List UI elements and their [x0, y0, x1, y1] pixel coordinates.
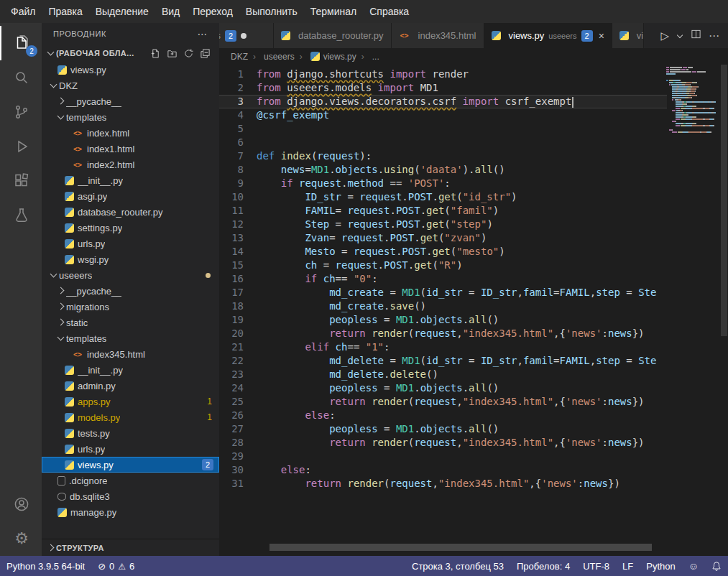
line-number[interactable]: 6 — [219, 136, 257, 149]
problems-status[interactable]: 0 6 — [91, 556, 141, 576]
line-number[interactable]: 11 — [219, 204, 257, 218]
code-line[interactable]: 26 else: — [219, 409, 667, 422]
line-number[interactable]: 16 — [219, 272, 257, 286]
tree-item-asgi.py[interactable]: asgi.py — [42, 188, 219, 204]
code-line[interactable]: 11 FAMIL= request.POST.get("famil") — [219, 204, 667, 218]
tree-item-admin.py[interactable]: admin.py — [42, 378, 219, 394]
code-line[interactable]: 15 ch = request.POST.get("R") — [219, 259, 667, 272]
line-number[interactable]: 5 — [219, 122, 257, 136]
new-file-icon[interactable] — [150, 48, 161, 59]
tree-item-views.py[interactable]: views.py2 — [42, 457, 219, 473]
workspace-section-header[interactable]: (РАБОЧАЯ ОБЛАСТЬ) ... — [42, 45, 219, 62]
code-line[interactable]: 5 — [219, 122, 667, 136]
menu-item[interactable]: Переход — [186, 0, 239, 23]
run-debug-icon[interactable] — [0, 129, 42, 164]
code-line[interactable]: 12 Step = request.POST.get("step") — [219, 218, 667, 231]
code-line[interactable]: 30 else: — [219, 463, 667, 477]
code-line[interactable]: 22 md_delete = MD1(id_str = ID_str,famil… — [219, 354, 667, 368]
code-line[interactable]: 4@csrf_exempt — [219, 108, 667, 122]
menu-item[interactable]: Файл — [4, 0, 42, 23]
menu-item[interactable]: Выделение — [89, 0, 155, 23]
line-number[interactable]: 17 — [219, 286, 257, 299]
refresh-icon[interactable] — [183, 48, 194, 59]
tree-item-index2.html[interactable]: index2.html — [42, 157, 219, 172]
code-editor[interactable]: 1from django.shortcuts import render2fro… — [219, 65, 728, 556]
breadcrumb-item[interactable]: useeers — [248, 52, 295, 62]
tab-diiits[interactable]: diiits2 — [219, 23, 274, 48]
code-line[interactable]: 2from useeers.models import MD1 — [219, 81, 667, 95]
line-number[interactable]: 18 — [219, 299, 257, 313]
tree-item-static[interactable]: static — [42, 315, 219, 330]
code-line[interactable]: 3from django.views.decorators.csrf impor… — [219, 95, 667, 108]
tab-database_roouter.py[interactable]: database_roouter.py — [274, 23, 392, 48]
line-number[interactable]: 31 — [219, 477, 257, 491]
tree-item-settings.py[interactable]: settings.py — [42, 220, 219, 236]
tree-item-db.sqlite3[interactable]: db.sqlite3 — [42, 488, 219, 504]
tree-item-DKZ[interactable]: DKZ — [42, 78, 219, 93]
line-number[interactable]: 20 — [219, 327, 257, 340]
tree-item-migrations[interactable]: migrations — [42, 299, 219, 315]
split-editor-button[interactable] — [691, 29, 701, 42]
code-line[interactable]: 6 — [219, 136, 667, 149]
editor-more-actions-icon[interactable]: ⋯ — [709, 29, 719, 42]
tree-item-__init__.py[interactable]: __init__.py — [42, 172, 219, 188]
outline-section-header[interactable]: СТРУКТУРА — [42, 539, 219, 556]
horizontal-scrollbar[interactable] — [269, 544, 652, 551]
menu-item[interactable]: Выполнить — [239, 0, 304, 23]
notifications-bell-icon[interactable] — [705, 556, 728, 576]
line-number[interactable]: 24 — [219, 381, 257, 395]
indentation[interactable]: Пробелов: 4 — [510, 556, 576, 576]
line-number[interactable]: 19 — [219, 313, 257, 327]
tree-item-tests.py[interactable]: tests.py — [42, 425, 219, 441]
tree-item-models.py[interactable]: models.py1 — [42, 409, 219, 425]
tree-item-apps.py[interactable]: apps.py1 — [42, 394, 219, 409]
code-line[interactable]: 8 news=MD1.objects.using('daata').all() — [219, 163, 667, 177]
tab-index345.html[interactable]: index345.html — [392, 23, 484, 48]
code-line[interactable]: 1from django.shortcuts import render — [219, 68, 667, 81]
tree-item-__init__.py[interactable]: __init__.py — [42, 362, 219, 378]
line-number[interactable]: 26 — [219, 409, 257, 422]
tree-item-index.html[interactable]: index.html — [42, 125, 219, 141]
code-line[interactable]: 31 return render(request,"index345.html"… — [219, 477, 667, 491]
tree-item-useeers[interactable]: useeers — [42, 267, 219, 283]
python-interpreter[interactable]: Python 3.9.5 64-bit — [0, 556, 91, 576]
line-number[interactable]: 30 — [219, 463, 257, 477]
run-dropdown-chevron-icon[interactable] — [676, 32, 683, 40]
tree-item-.dcignore[interactable]: .dcignore — [42, 473, 219, 488]
code-line[interactable]: 17 md_create = MD1(id_str = ID_str,famil… — [219, 286, 667, 299]
line-number[interactable]: 12 — [219, 218, 257, 231]
tree-item-urls.py[interactable]: urls.py — [42, 441, 219, 457]
line-number[interactable]: 2 — [219, 81, 257, 95]
line-number[interactable]: 9 — [219, 177, 257, 190]
line-number[interactable]: 3 — [219, 95, 257, 108]
code-line[interactable]: 29 — [219, 450, 667, 463]
code-line[interactable]: 25 return render(request,"index345.html"… — [219, 395, 667, 409]
settings-gear-icon[interactable]: ⚙ — [0, 521, 42, 556]
collapse-all-icon[interactable] — [200, 48, 211, 59]
code-line[interactable]: 27 peopless = MD1.objects.all() — [219, 422, 667, 436]
tab-views.py[interactable]: views.pyuseeers2 — [484, 23, 612, 48]
tree-item-__pycache__[interactable]: __pycache__ — [42, 93, 219, 109]
tree-item-index345.html[interactable]: index345.html — [42, 346, 219, 362]
tree-item-manage.py[interactable]: manage.py — [42, 504, 219, 520]
breadcrumb-item[interactable]: ... — [356, 52, 379, 62]
line-number[interactable]: 28 — [219, 436, 257, 450]
line-number[interactable]: 15 — [219, 259, 257, 272]
code-line[interactable]: 20 return render(request,"index345.html"… — [219, 327, 667, 340]
testing-icon[interactable] — [0, 198, 42, 233]
code-line[interactable]: 10 ID_str = request.POST.get("id_str") — [219, 190, 667, 204]
source-control-icon[interactable] — [0, 95, 42, 129]
code-line[interactable]: 24 peopless = MD1.objects.all() — [219, 381, 667, 395]
code-line[interactable]: 28 return render(request,"index345.html"… — [219, 436, 667, 450]
line-number[interactable]: 22 — [219, 354, 257, 368]
code-line[interactable]: 21 elif ch== "1": — [219, 340, 667, 354]
eol[interactable]: LF — [616, 556, 640, 576]
breadcrumb-item[interactable]: views.py — [295, 52, 356, 62]
cursor-position[interactable]: Строка 3, столбец 53 — [405, 556, 510, 576]
search-icon[interactable] — [0, 60, 42, 95]
menu-item[interactable]: Правка — [42, 0, 88, 23]
run-python-file-button[interactable]: ▷ — [660, 29, 669, 42]
line-number[interactable]: 23 — [219, 368, 257, 381]
sidebar-more-actions-icon[interactable]: ⋯ — [197, 28, 208, 40]
code-line[interactable]: 16 if ch== "0": — [219, 272, 667, 286]
